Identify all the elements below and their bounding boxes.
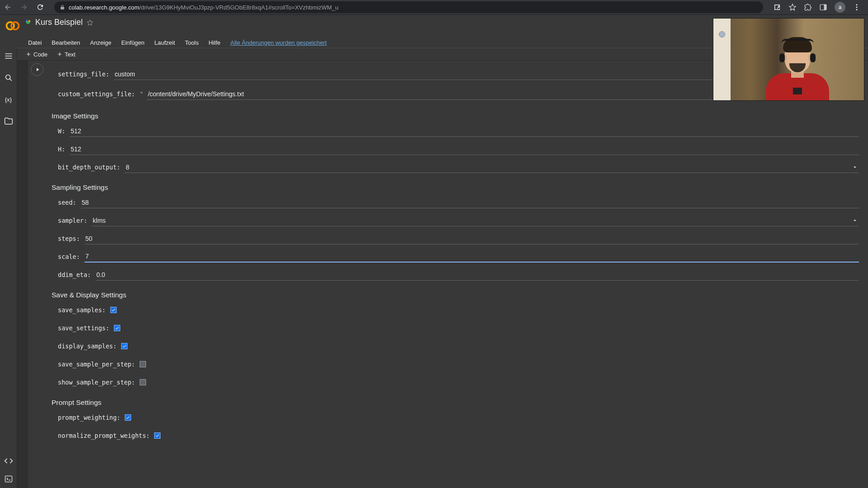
- prompt-weighting-checkbox[interactable]: [125, 414, 131, 421]
- variables-icon[interactable]: {x}: [4, 95, 13, 104]
- lock-icon: [60, 5, 65, 10]
- check-icon: [122, 344, 127, 348]
- quote-char: ": [140, 90, 143, 98]
- run-cell-button[interactable]: [31, 63, 43, 76]
- bit-depth-select[interactable]: 8: [125, 162, 859, 173]
- save-sample-per-step-checkbox[interactable]: [140, 361, 146, 367]
- save-display-header: Save & Display Settings: [52, 291, 859, 299]
- sampler-value: klms: [93, 217, 106, 224]
- star-outline-icon[interactable]: [86, 19, 94, 26]
- save-settings-label: save_settings:: [52, 324, 109, 332]
- add-text-button[interactable]: Text: [57, 51, 75, 58]
- left-rail: {x}: [0, 48, 17, 488]
- save-settings-checkbox[interactable]: [114, 325, 120, 331]
- menu-tools[interactable]: Tools: [185, 39, 198, 46]
- check-icon: [126, 415, 130, 420]
- settings-file-label: settings_file:: [52, 70, 109, 78]
- image-settings-header: Image Settings: [52, 112, 859, 120]
- display-samples-label: display_samples:: [52, 343, 117, 350]
- svg-point-6: [11, 22, 19, 30]
- forward-icon[interactable]: [20, 3, 28, 11]
- cell-gutter: [17, 61, 28, 488]
- plus-icon: [25, 51, 32, 57]
- profile-avatar[interactable]: a: [835, 2, 845, 13]
- sampler-select[interactable]: klms: [92, 215, 859, 226]
- sampling-settings-header: Sampling Settings: [52, 183, 859, 192]
- seed-input[interactable]: [81, 197, 859, 208]
- webcam-overlay: [713, 18, 864, 101]
- terminal-icon[interactable]: [4, 474, 13, 483]
- bit-depth-label: bit_depth_output:: [52, 164, 120, 171]
- check-icon: [155, 433, 160, 438]
- save-samples-label: save_samples:: [52, 306, 106, 314]
- code-snippets-icon[interactable]: [4, 456, 13, 465]
- menu-einfuegen[interactable]: Einfügen: [121, 39, 144, 46]
- seed-label: seed:: [52, 199, 76, 206]
- scale-label: scale:: [52, 253, 80, 260]
- ddim-eta-label: ddim_eta:: [52, 271, 91, 278]
- normalize-prompt-weights-label: normalize_prompt_weights:: [52, 432, 150, 439]
- custom-settings-file-label: custom_settings_file:: [52, 90, 135, 98]
- play-icon: [35, 67, 40, 72]
- back-icon[interactable]: [4, 3, 12, 11]
- display-samples-checkbox[interactable]: [121, 343, 127, 349]
- chevron-down-icon: [852, 217, 858, 224]
- svg-point-2: [856, 4, 858, 5]
- address-bar[interactable]: colab.research.google.com/drive/13G9KHyM…: [54, 1, 763, 13]
- w-input[interactable]: [70, 126, 859, 137]
- chevron-down-icon: [852, 164, 858, 170]
- install-icon[interactable]: [773, 3, 781, 11]
- search-icon[interactable]: [4, 73, 13, 82]
- h-input[interactable]: [70, 144, 859, 155]
- prompt-weighting-label: prompt_weighting:: [52, 414, 120, 421]
- browser-toolbar: colab.research.google.com/drive/13G9KHyM…: [0, 0, 868, 15]
- prompt-settings-header: Prompt Settings: [52, 399, 859, 407]
- w-label: W:: [52, 127, 65, 135]
- settings-file-value: custom: [115, 70, 135, 78]
- reload-icon[interactable]: [36, 3, 44, 11]
- toc-icon[interactable]: [4, 52, 13, 61]
- url-text: colab.research.google.com/drive/13G9KHyM…: [69, 4, 758, 11]
- save-samples-checkbox[interactable]: [110, 307, 117, 313]
- star-icon[interactable]: [788, 3, 797, 11]
- svg-point-3: [856, 7, 858, 8]
- menu-icon[interactable]: [853, 3, 861, 11]
- menu-hilfe[interactable]: Hilfe: [208, 39, 220, 46]
- notebook-title[interactable]: Kurs Beispiel: [35, 18, 83, 27]
- svg-rect-9: [5, 476, 12, 482]
- colab-logo[interactable]: [5, 18, 21, 34]
- svg-point-7: [5, 75, 10, 80]
- svg-point-4: [856, 9, 858, 10]
- check-icon: [111, 308, 116, 312]
- sampler-label: sampler:: [52, 217, 87, 224]
- ddim-eta-input[interactable]: [95, 269, 859, 281]
- steps-input[interactable]: [85, 233, 859, 244]
- show-sample-per-step-label: show_sample_per_step:: [52, 379, 135, 386]
- webcam-indicator-icon: [719, 31, 725, 38]
- scale-input[interactable]: [85, 251, 859, 263]
- drive-icon: [24, 19, 32, 26]
- side-panel-icon[interactable]: [819, 3, 827, 11]
- files-icon[interactable]: [4, 117, 13, 126]
- menu-datei[interactable]: Datei: [28, 39, 42, 46]
- notebook-area: settings_file: custom custom_settings_fi…: [17, 61, 868, 488]
- plus-icon: [57, 51, 63, 57]
- menu-anzeige[interactable]: Anzeige: [90, 39, 111, 46]
- svg-rect-1: [824, 5, 826, 10]
- check-icon: [115, 326, 119, 330]
- show-sample-per-step-checkbox[interactable]: [140, 379, 146, 385]
- add-code-label: Code: [33, 51, 47, 58]
- svg-text:{x}: {x}: [5, 96, 12, 103]
- bit-depth-value: 8: [126, 164, 129, 171]
- menu-laufzeit[interactable]: Laufzeit: [155, 39, 175, 46]
- save-sample-per-step-label: save_sample_per_step:: [52, 361, 135, 368]
- add-text-label: Text: [65, 51, 75, 58]
- cell-form: settings_file: custom custom_settings_fi…: [52, 65, 859, 445]
- add-code-button[interactable]: Code: [25, 51, 47, 58]
- steps-label: steps:: [52, 235, 80, 242]
- save-status[interactable]: Alle Änderungen wurden gespeichert: [230, 39, 326, 46]
- extensions-icon[interactable]: [804, 3, 812, 11]
- menu-bearbeiten[interactable]: Bearbeiten: [52, 39, 80, 46]
- normalize-prompt-weights-checkbox[interactable]: [154, 432, 160, 439]
- h-label: H:: [52, 145, 65, 153]
